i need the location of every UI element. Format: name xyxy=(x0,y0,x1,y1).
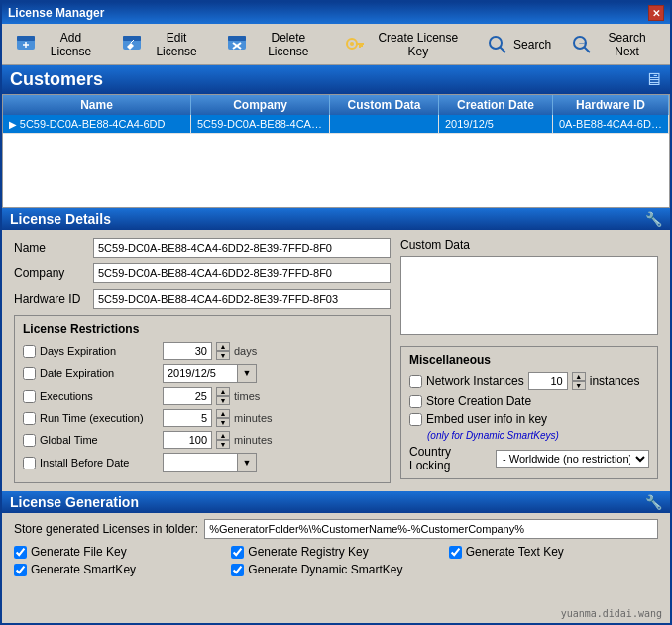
install-date-dropdown-button[interactable]: ▼ xyxy=(237,453,257,472)
global-time-up[interactable]: ▲ xyxy=(216,431,230,440)
custom-data-label: Custom Data xyxy=(400,238,658,252)
runtime-up[interactable]: ▲ xyxy=(216,409,230,418)
runtime-spinner[interactable]: ▲ ▼ xyxy=(216,409,230,427)
country-locking-select[interactable]: - Worldwide (no restriction) xyxy=(496,450,649,468)
runtime-check[interactable] xyxy=(23,412,36,425)
date-expiration-check[interactable] xyxy=(23,367,36,380)
customers-table: Name Company Custom Data Creation Date H… xyxy=(2,94,670,208)
col-company: Company xyxy=(191,95,330,115)
gen-registry-key-check[interactable] xyxy=(231,546,244,559)
name-field-row: Name xyxy=(14,238,391,258)
date-expiration-input[interactable] xyxy=(163,364,237,383)
date-expiration-wrapper: ▼ xyxy=(163,364,257,383)
svg-text:→: → xyxy=(577,36,589,50)
network-up[interactable]: ▲ xyxy=(572,372,586,381)
col-hardware-id: Hardware ID xyxy=(553,95,669,115)
gen-dynamic-smartkey-check[interactable] xyxy=(231,564,244,576)
executions-row: Executions ▲ ▼ times xyxy=(23,387,382,405)
custom-data-textarea[interactable] xyxy=(400,256,658,335)
cell-company: 5C59-DC0A-BE88-4CA4-6DD xyxy=(191,115,330,133)
gen-file-key-check[interactable] xyxy=(14,546,27,559)
runtime-input[interactable] xyxy=(163,409,212,427)
folder-input[interactable] xyxy=(204,519,658,539)
license-details-title: License Details xyxy=(10,211,111,227)
runtime-label: Run Time (execution) xyxy=(40,412,159,424)
svg-rect-8 xyxy=(228,36,246,41)
install-date-wrapper: ▼ xyxy=(163,453,257,472)
network-unit: instances xyxy=(590,374,640,388)
hardware-id-input[interactable] xyxy=(93,289,391,309)
details-right: Custom Data Miscellaneous Network Instan… xyxy=(400,238,658,483)
customers-title: Customers xyxy=(10,69,103,90)
app-title: License Manager xyxy=(8,6,104,20)
gen-registry-key-item: Generate Registry Key xyxy=(231,545,440,559)
executions-input[interactable] xyxy=(163,387,212,405)
license-details-header: License Details 🔧 xyxy=(2,208,670,230)
company-input[interactable] xyxy=(93,263,391,283)
col-creation-date: Creation Date xyxy=(439,95,553,115)
table-row[interactable]: ▶ 5C59-DC0A-BE88-4CA4-6DD 5C59-DC0A-BE88… xyxy=(3,115,669,134)
search-icon xyxy=(486,33,509,56)
misc-box: Miscellaneous Network Instances ▲ ▼ inst… xyxy=(400,346,658,479)
edit-license-button[interactable]: Edit License xyxy=(112,27,215,62)
cell-name: ▶ 5C59-DC0A-BE88-4CA4-6DD xyxy=(3,115,191,133)
add-license-label: Add License xyxy=(41,31,101,58)
delete-license-icon xyxy=(226,33,248,56)
svg-rect-1 xyxy=(17,36,35,41)
network-instances-input[interactable] xyxy=(528,372,568,390)
details-left: Name Company Hardware ID License Restric… xyxy=(14,238,391,483)
days-up[interactable]: ▲ xyxy=(216,342,230,351)
create-key-button[interactable]: Create License Key xyxy=(335,27,475,62)
close-button[interactable]: ✕ xyxy=(648,5,664,21)
store-creation-row: Store Creation Date xyxy=(409,394,649,408)
network-spinner[interactable]: ▲ ▼ xyxy=(572,372,586,390)
delete-license-button[interactable]: Delete License xyxy=(217,27,333,62)
watermark: yuanma.didai.wang xyxy=(561,608,662,619)
executions-check[interactable] xyxy=(23,390,36,403)
table-header: Name Company Custom Data Creation Date H… xyxy=(3,95,669,115)
gen-smartkey-check[interactable] xyxy=(14,564,27,576)
executions-label: Executions xyxy=(40,390,159,402)
svg-line-17 xyxy=(501,47,506,52)
edit-license-icon xyxy=(121,33,143,56)
add-license-button[interactable]: Add License xyxy=(6,27,110,62)
license-generation-title: License Generation xyxy=(10,494,139,510)
name-input[interactable] xyxy=(93,238,391,258)
search-next-button[interactable]: → Search Next xyxy=(562,27,666,62)
embed-user-check[interactable] xyxy=(409,413,422,426)
toolbar: Add License Edit License Delete License … xyxy=(2,24,670,65)
store-creation-check[interactable] xyxy=(409,395,422,408)
executions-up[interactable]: ▲ xyxy=(216,387,230,396)
executions-down[interactable]: ▼ xyxy=(216,396,230,405)
cell-hardware-id: 0A-BE88-4CA4-6DD2-8E39-7 xyxy=(553,115,669,133)
runtime-down[interactable]: ▼ xyxy=(216,418,230,427)
network-instances-check[interactable] xyxy=(409,375,422,388)
executions-unit: times xyxy=(234,390,260,402)
hardware-id-label: Hardware ID xyxy=(14,292,93,306)
gen-dynamic-smartkey-item: Generate Dynamic SmartKey xyxy=(231,563,440,576)
install-date-check[interactable] xyxy=(23,457,36,469)
restrictions-box: License Restrictions Days Expiration ▲ ▼… xyxy=(14,315,391,483)
name-label: Name xyxy=(14,241,93,255)
global-time-input[interactable] xyxy=(163,431,212,449)
global-time-spinner[interactable]: ▲ ▼ xyxy=(216,431,230,449)
days-spinner[interactable]: ▲ ▼ xyxy=(216,342,230,360)
date-dropdown-button[interactable]: ▼ xyxy=(237,364,257,383)
days-expiration-input[interactable] xyxy=(163,342,212,360)
install-date-input[interactable] xyxy=(163,453,237,472)
hardware-id-field-row: Hardware ID xyxy=(14,289,391,309)
country-locking-label: Country Locking xyxy=(409,445,492,472)
days-expiration-check[interactable] xyxy=(23,345,36,358)
network-down[interactable]: ▼ xyxy=(572,381,586,390)
gen-text-key-check[interactable] xyxy=(449,546,462,559)
global-time-down[interactable]: ▼ xyxy=(216,440,230,449)
global-time-check[interactable] xyxy=(23,434,36,447)
search-button[interactable]: Search xyxy=(477,27,560,62)
days-down[interactable]: ▼ xyxy=(216,351,230,360)
executions-spinner[interactable]: ▲ ▼ xyxy=(216,387,230,405)
embed-user-label: Embed user info in key xyxy=(426,412,547,426)
search-next-icon: → xyxy=(571,33,593,56)
embed-user-row: Embed user info in key xyxy=(409,412,649,426)
license-generation-icon: 🔧 xyxy=(645,494,662,510)
date-expiration-label: Date Expiration xyxy=(40,367,159,379)
